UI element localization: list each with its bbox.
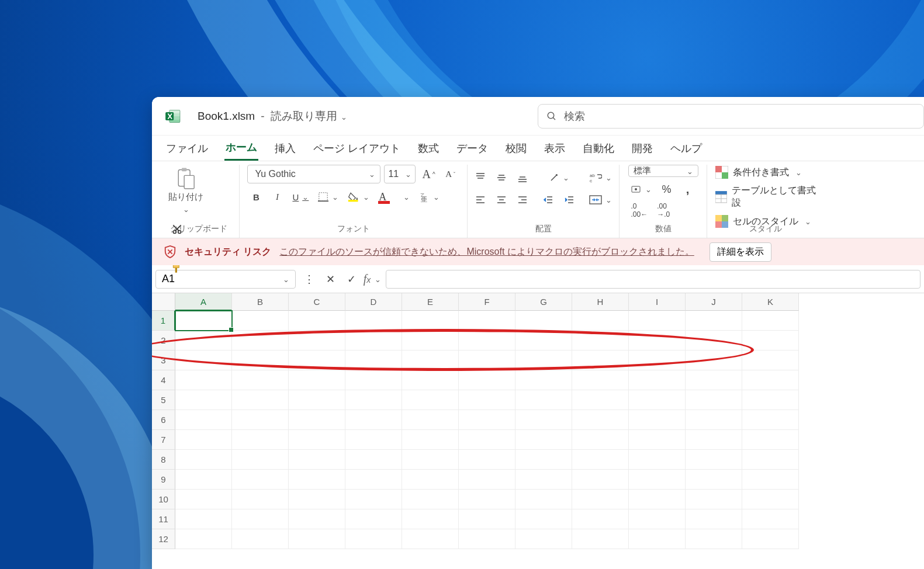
cell[interactable] bbox=[686, 470, 742, 490]
cell[interactable] bbox=[402, 311, 459, 331]
cell[interactable] bbox=[686, 331, 742, 351]
security-message-link[interactable]: このファイルのソースが信頼できないため、Microsoft によりマクロの実行が… bbox=[279, 246, 694, 258]
search-box[interactable]: 検索 bbox=[538, 104, 924, 129]
cell[interactable] bbox=[515, 450, 572, 470]
cell[interactable] bbox=[175, 311, 232, 331]
tab-校閲[interactable]: 校閲 bbox=[504, 137, 528, 160]
column-header[interactable]: F bbox=[459, 293, 515, 311]
cell[interactable] bbox=[459, 351, 515, 370]
column-header[interactable]: B bbox=[232, 293, 289, 311]
row-header[interactable]: 11 bbox=[152, 509, 175, 529]
cell[interactable] bbox=[345, 410, 402, 430]
cell[interactable] bbox=[289, 529, 345, 549]
cell[interactable] bbox=[629, 509, 686, 529]
cell[interactable] bbox=[515, 529, 572, 549]
cell[interactable] bbox=[232, 509, 289, 529]
cell[interactable] bbox=[232, 430, 289, 450]
cell[interactable] bbox=[515, 331, 572, 351]
cell[interactable] bbox=[629, 470, 686, 490]
percent-button[interactable]: % bbox=[658, 181, 676, 198]
column-header[interactable]: K bbox=[742, 293, 799, 311]
cell[interactable] bbox=[402, 370, 459, 390]
cell[interactable] bbox=[686, 390, 742, 410]
border-button[interactable] bbox=[315, 188, 341, 206]
cell[interactable] bbox=[175, 430, 232, 450]
column-header[interactable]: H bbox=[572, 293, 629, 311]
cell[interactable] bbox=[402, 351, 459, 370]
cell[interactable] bbox=[629, 351, 686, 370]
cell[interactable] bbox=[459, 470, 515, 490]
cell[interactable] bbox=[572, 331, 629, 351]
cell[interactable] bbox=[345, 509, 402, 529]
cell[interactable] bbox=[345, 311, 402, 331]
cell[interactable] bbox=[742, 490, 799, 509]
cell[interactable] bbox=[686, 430, 742, 450]
cell[interactable] bbox=[515, 410, 572, 430]
column-header[interactable]: J bbox=[686, 293, 742, 311]
font-name-dropdown[interactable]: Yu Gothic bbox=[247, 165, 380, 183]
align-left-button[interactable] bbox=[472, 191, 489, 209]
cell[interactable] bbox=[289, 470, 345, 490]
cell[interactable] bbox=[232, 450, 289, 470]
cell[interactable] bbox=[345, 529, 402, 549]
align-middle-button[interactable] bbox=[493, 169, 510, 186]
cell[interactable] bbox=[459, 529, 515, 549]
tab-ページ レイアウト[interactable]: ページ レイアウト bbox=[312, 137, 402, 160]
cell[interactable] bbox=[572, 311, 629, 331]
row-header[interactable]: 2 bbox=[152, 331, 175, 351]
worksheet-grid[interactable]: ABCDEFGHIJK 123456789101112 bbox=[152, 293, 924, 569]
cell[interactable] bbox=[459, 410, 515, 430]
cell[interactable] bbox=[515, 490, 572, 509]
row-header[interactable]: 7 bbox=[152, 430, 175, 450]
cell[interactable] bbox=[402, 509, 459, 529]
cancel-formula-button[interactable]: ✕ bbox=[321, 270, 339, 288]
cell[interactable] bbox=[515, 509, 572, 529]
cell[interactable] bbox=[402, 390, 459, 410]
format-as-table-button[interactable]: テーブルとして書式設 bbox=[713, 183, 818, 210]
cell[interactable] bbox=[402, 470, 459, 490]
cell[interactable] bbox=[402, 529, 459, 549]
cell[interactable] bbox=[686, 410, 742, 430]
increase-indent-button[interactable] bbox=[560, 191, 578, 209]
cell[interactable] bbox=[402, 430, 459, 450]
comma-button[interactable]: , bbox=[679, 181, 697, 198]
cell[interactable] bbox=[289, 430, 345, 450]
cell[interactable] bbox=[175, 470, 232, 490]
cell[interactable] bbox=[515, 430, 572, 450]
cell[interactable] bbox=[402, 331, 459, 351]
cell[interactable] bbox=[232, 529, 289, 549]
cell[interactable] bbox=[402, 410, 459, 430]
align-top-button[interactable] bbox=[472, 169, 489, 186]
cell[interactable] bbox=[175, 509, 232, 529]
cell[interactable] bbox=[175, 331, 232, 351]
cell[interactable] bbox=[686, 529, 742, 549]
row-header[interactable]: 12 bbox=[152, 529, 175, 549]
row-header[interactable]: 9 bbox=[152, 470, 175, 490]
cell[interactable] bbox=[459, 390, 515, 410]
column-header[interactable]: I bbox=[629, 293, 686, 311]
cell[interactable] bbox=[459, 509, 515, 529]
cell[interactable] bbox=[629, 490, 686, 509]
cell[interactable] bbox=[572, 490, 629, 509]
accounting-format-button[interactable] bbox=[628, 181, 655, 198]
select-all-corner[interactable] bbox=[152, 293, 175, 311]
row-header[interactable]: 8 bbox=[152, 450, 175, 470]
conditional-format-button[interactable]: 条件付き書式 bbox=[713, 165, 804, 180]
cell[interactable] bbox=[345, 430, 402, 450]
underline-button[interactable]: U bbox=[289, 188, 312, 206]
cell[interactable] bbox=[572, 351, 629, 370]
tab-数式[interactable]: 数式 bbox=[417, 137, 440, 160]
enter-formula-button[interactable]: ✓ bbox=[342, 270, 360, 288]
cell[interactable] bbox=[572, 370, 629, 390]
tab-表示[interactable]: 表示 bbox=[543, 137, 566, 160]
cell[interactable] bbox=[459, 450, 515, 470]
cell[interactable] bbox=[742, 370, 799, 390]
cell[interactable] bbox=[515, 351, 572, 370]
align-right-button[interactable] bbox=[514, 191, 531, 209]
cell[interactable] bbox=[232, 311, 289, 331]
cell[interactable] bbox=[175, 390, 232, 410]
cell[interactable] bbox=[629, 331, 686, 351]
cell[interactable] bbox=[175, 351, 232, 370]
cell[interactable] bbox=[232, 351, 289, 370]
orientation-button[interactable] bbox=[539, 169, 578, 186]
